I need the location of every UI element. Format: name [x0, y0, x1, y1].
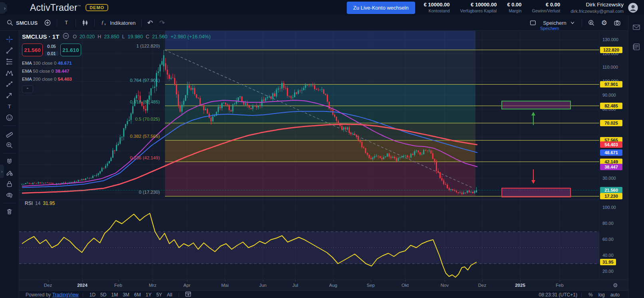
range-1d[interactable]: 1D — [87, 292, 98, 298]
stay-in-drawing-mode[interactable] — [3, 167, 16, 178]
emoji-tool[interactable] — [3, 112, 16, 123]
svg-text:ƒ: ƒ — [101, 20, 104, 25]
watchlist-expand-handle[interactable]: › — [0, 165, 4, 178]
buy-button[interactable]: 21.610 — [60, 44, 81, 56]
text-tool[interactable]: T — [3, 101, 16, 112]
range-1m[interactable]: 1M — [109, 292, 120, 298]
clock[interactable]: 08:23:31 (UTC+1) — [539, 292, 577, 298]
crosshair-icon — [6, 36, 13, 43]
ema-legend-row[interactable]: EMA 50 close 0 38.447 — [22, 68, 211, 75]
balance-label: Kontostand — [424, 8, 450, 14]
indicators-button[interactable]: ƒx Indikatoren — [97, 18, 139, 28]
trend-line-tool[interactable] — [3, 45, 16, 56]
range-5y[interactable]: 5Y — [154, 292, 165, 298]
remove-drawings[interactable] — [3, 206, 16, 217]
range-6m[interactable]: 6M — [132, 292, 143, 298]
svg-text:x: x — [105, 22, 106, 26]
time-label: Feb — [556, 283, 564, 288]
expand-panel-button[interactable]: › — [0, 2, 7, 14]
trash-icon — [6, 208, 13, 215]
quick-trade-button[interactable] — [584, 18, 598, 28]
rsi-value: 31.95 — [43, 201, 55, 206]
time-label: Feb — [114, 283, 122, 288]
time-axis[interactable]: Dez2024FebMrzAprMaiJunJulAugSepOktNovDez… — [19, 280, 628, 291]
zoom-in-tool[interactable] — [3, 139, 16, 151]
fx-icon: ƒx — [100, 19, 107, 26]
time-tick — [225, 280, 225, 282]
goto-date-button[interactable] — [183, 290, 193, 298]
layout-select-button[interactable] — [526, 18, 540, 28]
user-name: Dirk Friczewsky — [570, 1, 624, 8]
undo-button[interactable]: ↶ — [144, 18, 156, 28]
avatar[interactable] — [628, 2, 638, 13]
scale-buttons: %logauto — [586, 292, 622, 298]
target-box-lower — [502, 188, 570, 197]
bottom-bar: Powered by TradingView 1D5D1M3M6M1Y5YAll… — [19, 290, 628, 298]
timeframe-icon: T — [63, 19, 70, 26]
candles-icon — [81, 19, 89, 26]
range-3m[interactable]: 3M — [120, 292, 132, 298]
ohlc-values: O20.020H23.850L19.980C21.560 — [73, 34, 167, 40]
time-label: Jun — [259, 283, 267, 288]
settings-button[interactable]: ⚙ — [598, 18, 610, 28]
time-tick — [371, 280, 371, 282]
range-5d[interactable]: 5D — [98, 292, 109, 298]
sell-button[interactable]: 21.560 — [22, 44, 43, 56]
lock-icon — [6, 180, 13, 188]
hide-drawings[interactable] — [3, 189, 16, 201]
compare-symbol-button[interactable] — [41, 18, 54, 28]
range-all[interactable]: All — [165, 292, 175, 298]
range-1y[interactable]: 1Y — [143, 292, 154, 298]
chart-legend: SMCI.US · 1T O20.020H23.850L19.980C21.56… — [22, 32, 211, 93]
price-tick: 130.000 — [602, 37, 618, 42]
time-tick — [82, 280, 83, 282]
ema-legend-row[interactable]: EMA 200 close 0 54.403 — [22, 75, 211, 83]
camera-icon — [614, 19, 621, 26]
ema-legend-row[interactable]: EMA 100 close 0 48.671 — [22, 60, 211, 68]
switch-to-live-button[interactable]: Zu Live-Konto wechseln — [347, 2, 415, 14]
right-sidebar — [628, 15, 644, 298]
measure-tool[interactable] — [3, 128, 16, 139]
time-tick — [520, 280, 521, 282]
chevron-down-icon — [569, 19, 576, 26]
scale-auto[interactable]: auto — [608, 292, 622, 298]
time-label: Nov — [441, 283, 449, 288]
powered-by-label: Powered by — [26, 292, 51, 298]
timeframe-button[interactable]: T — [60, 18, 73, 28]
forecast-tool[interactable] — [3, 78, 16, 89]
chart-area[interactable]: 1 (122.820)0.764 (97.901)0.618 (82.485)0… — [19, 30, 599, 280]
legend-collapse-button[interactable]: ⌃ — [22, 85, 33, 93]
snapshot-button[interactable] — [610, 18, 624, 28]
chart-type-button[interactable] — [78, 18, 92, 28]
pnl-block: € 0.00 Gewinn/Verlust — [532, 2, 561, 13]
mail-icon — [632, 23, 641, 32]
pattern-tool[interactable] — [3, 67, 16, 78]
tradingview-link[interactable]: TradingView — [52, 292, 79, 298]
lock-drawings[interactable] — [3, 178, 16, 189]
symbol-search-button[interactable]: SMCI.US — [3, 18, 41, 28]
time-axis-settings-button[interactable]: ⚙ — [610, 282, 620, 289]
price-badge: 54.403 — [600, 141, 622, 148]
ohlc-key: C — [146, 34, 149, 40]
time-label: Dez — [478, 283, 486, 288]
app-logo: ActivTrader™ — [30, 2, 81, 13]
fib-retracement-tool[interactable] — [3, 56, 16, 67]
redo-button[interactable]: ↷ — [156, 18, 168, 28]
arrow-tool[interactable] — [3, 89, 16, 101]
svg-text:T: T — [8, 103, 11, 109]
activtrader-app: › ActivTrader™ DEMO Zu Live-Konto wechse… — [0, 0, 644, 298]
xabcd-icon — [6, 69, 13, 77]
search-icon — [6, 19, 14, 26]
scale-log[interactable]: log — [596, 292, 608, 298]
news-button[interactable] — [630, 42, 643, 53]
emoji-icon — [6, 114, 13, 121]
magnet-mode[interactable] — [3, 156, 16, 167]
scale-%[interactable]: % — [586, 292, 596, 298]
rsi-period: 14 — [35, 201, 40, 206]
price-axis[interactable]: 130.000120.000110.000100.00090.00080.000… — [599, 30, 628, 280]
rsi-name: RSI — [25, 201, 33, 206]
legend-minus-icon[interactable] — [62, 32, 70, 41]
mail-button[interactable] — [630, 22, 643, 33]
time-tick — [153, 280, 153, 282]
crosshair-tool[interactable] — [3, 34, 16, 45]
